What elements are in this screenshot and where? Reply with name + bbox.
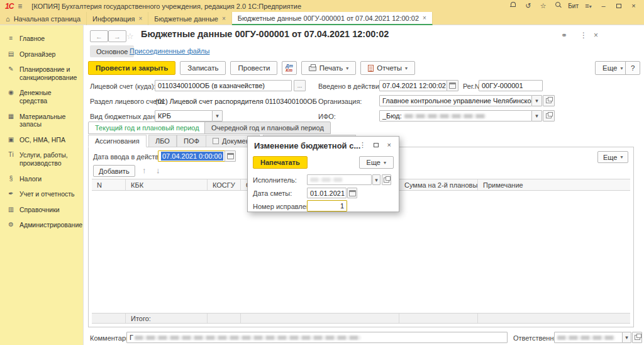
close-window-button[interactable]: × xyxy=(628,1,639,11)
post-button[interactable]: Провести xyxy=(230,61,277,75)
move-up-button[interactable]: ↑ xyxy=(142,166,147,175)
sidebar-item-cash[interactable]: ◉Денежные средства xyxy=(0,85,83,108)
sidebar-item-main[interactable]: ≡Главное xyxy=(0,31,83,47)
ifo-dropdown-button[interactable]: ▾ xyxy=(531,110,542,122)
service-menu-label[interactable]: Бит xyxy=(568,3,579,9)
calendar-icon xyxy=(349,190,356,196)
show-postings-button[interactable]: ДтКт xyxy=(282,61,296,75)
subtab-assignments[interactable]: Ассигнования xyxy=(88,135,147,147)
add-row-button[interactable]: Добавить xyxy=(93,165,135,177)
restore-button[interactable] xyxy=(613,1,624,11)
ifo-label: ИФО: xyxy=(318,113,336,120)
responsible-open-button[interactable] xyxy=(632,332,642,343)
favorite-star-icon[interactable]: ☆ xyxy=(126,31,134,41)
back-button[interactable]: ← xyxy=(90,30,108,42)
sidebar-item-accounting[interactable]: ✒Учет и отчетность xyxy=(0,186,83,202)
get-link-icon[interactable]: ⚭ xyxy=(561,31,567,40)
notifications-bell-icon[interactable] xyxy=(508,1,518,11)
executor-field[interactable] xyxy=(307,174,372,185)
sidebar-item-services[interactable]: ТiУслуги, работы, производство xyxy=(0,147,83,171)
sidebar-item-taxes[interactable]: §Налоги xyxy=(0,171,83,187)
organization-open-button[interactable] xyxy=(543,95,555,106)
sidebar-item-administration[interactable]: ⚙Администрирование xyxy=(0,217,83,233)
account-field[interactable]: 01103400100ОБ (в казначействе) xyxy=(155,80,292,91)
window-tab-bar: ⌂ Начальная страница Информация × Бюджет… xyxy=(0,12,644,25)
printer-icon xyxy=(309,66,316,71)
tab-budget-data-list[interactable]: Бюджетные данные × xyxy=(148,12,232,25)
estimate-date-field[interactable]: 01.01.2021 xyxy=(307,188,347,198)
column-header-n[interactable]: N xyxy=(92,179,126,190)
budget-change-dialog: Изменение бюджетной с... ⋮ × Напечатать … xyxy=(247,136,399,212)
table-more-button[interactable]: Еще▾ xyxy=(597,151,628,163)
responsible-dropdown-button[interactable]: ▾ xyxy=(622,332,631,343)
grid-icon: ▦ xyxy=(7,113,15,120)
nav-link-attached-files[interactable]: Присоединенные файлы xyxy=(130,47,209,55)
account-choose-button[interactable]: ... xyxy=(294,80,306,91)
close-tab-icon[interactable]: × xyxy=(138,15,142,22)
dialog-menu-dots-icon[interactable]: ⋮ xyxy=(359,141,366,149)
column-header-note[interactable]: Примечание xyxy=(478,179,630,190)
subtab-pof[interactable]: ПОФ xyxy=(177,135,206,147)
sidebar-item-catalogs[interactable]: ▥Справочники xyxy=(0,202,83,218)
help-button[interactable]: ? xyxy=(625,61,640,75)
history-icon[interactable]: ↺ xyxy=(523,1,533,11)
forward-button[interactable]: → xyxy=(108,30,126,42)
selected-text: 07.04.2021 0:00:00 xyxy=(161,152,223,161)
close-tab-icon[interactable]: × xyxy=(222,15,226,22)
column-header-sum-plan2[interactable]: Сумма на 2-й плановый год xyxy=(399,179,478,190)
minimize-button[interactable]: – xyxy=(598,1,609,11)
titlebar: 1С ≡ [КОПИЯ] Бухгалтерия государственног… xyxy=(0,0,644,12)
save-button[interactable]: Записать xyxy=(180,61,226,75)
dialog-print-button[interactable]: Напечатать xyxy=(253,156,308,169)
period-tab-current-year[interactable]: Текущий год и плановый период xyxy=(88,122,206,134)
search-icon[interactable] xyxy=(553,1,564,11)
ifo-open-button[interactable] xyxy=(543,110,555,122)
period-tab-next-year[interactable]: Очередной год и плановый период xyxy=(204,122,331,134)
ifo-field[interactable]: _Бюд: xyxy=(379,110,532,122)
executor-open-button[interactable] xyxy=(382,174,391,185)
budget-data-kind-field[interactable]: КРБ xyxy=(155,110,213,122)
subtab-lbo[interactable]: ЛБО xyxy=(148,135,177,147)
form-menu-dots-icon[interactable]: ⋮ xyxy=(580,31,587,40)
tab-information[interactable]: Информация × xyxy=(87,12,148,25)
entry-date-field[interactable]: 07.04.2021 0:00:00 xyxy=(158,150,225,162)
close-tab-icon[interactable]: × xyxy=(423,14,426,21)
column-header-kbk[interactable]: КБК xyxy=(126,179,208,190)
correction-number-field[interactable]: 1 xyxy=(307,200,347,212)
coin-icon: ◉ xyxy=(7,89,15,96)
organization-field[interactable]: Главное контрольное управление Челябинск… xyxy=(379,95,532,106)
sidebar-item-planning[interactable]: ✎Планирование и санкционирование xyxy=(0,62,83,85)
column-header-kosgu[interactable]: КОСГУ xyxy=(208,179,241,190)
nav-tab-main[interactable]: Основное xyxy=(90,45,134,57)
dialog-more-button[interactable]: Еще▾ xyxy=(359,156,394,169)
effective-date-field[interactable]: 07.04.2021 12:00:02 xyxy=(379,80,447,91)
executor-dropdown-button[interactable]: ▾ xyxy=(372,174,380,185)
entry-date-calendar-button[interactable] xyxy=(225,150,236,162)
dialog-close-icon[interactable]: × xyxy=(387,141,391,149)
kind-dropdown-button[interactable]: ▾ xyxy=(212,110,223,122)
reports-menu-button[interactable]: Отчеты▾ xyxy=(360,61,415,75)
estimate-date-calendar-button[interactable] xyxy=(347,188,357,198)
responsible-field[interactable] xyxy=(554,332,623,343)
regno-field[interactable]: 00ГУ-000001 xyxy=(479,80,543,91)
tab-budget-data-document[interactable]: Бюджетные данные 00ГУ-000001 от 07.04.20… xyxy=(232,12,433,25)
favorites-star-icon[interactable]: ☆ xyxy=(538,1,548,11)
post-and-close-button[interactable]: Провести и закрыть xyxy=(88,61,175,75)
sidebar-item-fixed-assets[interactable]: ▣ОС, НМА, НПА xyxy=(0,132,83,148)
organization-dropdown-button[interactable]: ▾ xyxy=(531,95,542,106)
document-checkbox[interactable] xyxy=(213,138,219,144)
main-menu-icon[interactable]: ≡ xyxy=(18,2,22,11)
home-icon: ⌂ xyxy=(6,15,10,23)
sidebar-item-organizer[interactable]: ▤Органайзер xyxy=(0,47,83,62)
tab-home[interactable]: ⌂ Начальная страница xyxy=(0,12,87,25)
sidebar-item-inventory[interactable]: ▦Материальные запасы xyxy=(0,109,83,132)
service-menu-icon[interactable]: ≡▾ xyxy=(583,1,594,12)
document-toolbar: Провести и закрыть Записать Провести ДтК… xyxy=(88,61,415,75)
comment-field[interactable]: Г xyxy=(126,332,508,343)
close-form-icon[interactable]: × xyxy=(594,31,598,40)
pen-icon: ✒ xyxy=(7,190,15,198)
dialog-maximize-icon[interactable] xyxy=(374,143,379,147)
print-menu-button[interactable]: Печать▾ xyxy=(301,61,357,75)
effective-date-calendar-button[interactable] xyxy=(447,80,458,91)
move-down-button[interactable]: ↓ xyxy=(156,166,160,175)
